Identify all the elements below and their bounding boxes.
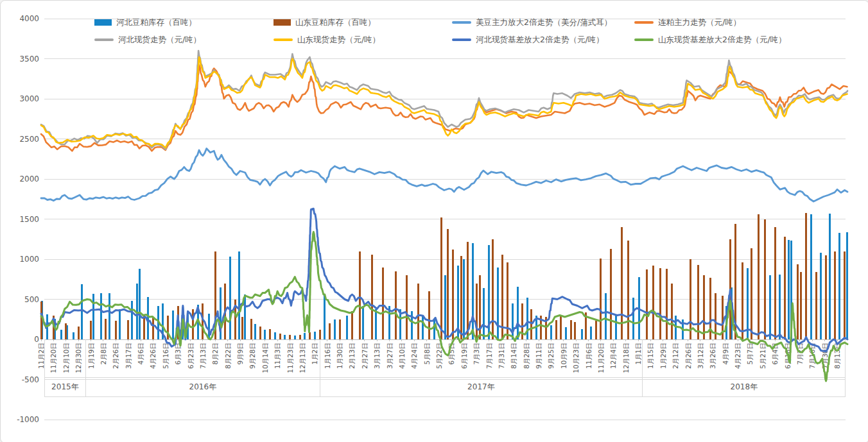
- x-tick-label: 4月6日: [136, 343, 145, 378]
- bar-shandong-inventory: [666, 269, 668, 339]
- bar-shandong-inventory: [555, 320, 557, 339]
- bar-shandong-inventory: [289, 335, 291, 340]
- y-tick-label: 3000: [11, 94, 39, 104]
- bar-shandong-inventory: [479, 275, 481, 339]
- x-tick-label: 1月15日: [646, 343, 655, 378]
- x-tick-label: 4月10日: [397, 343, 406, 378]
- x-tick-label: 11月20日: [596, 343, 605, 378]
- x-tick-label: 3月27日: [385, 343, 394, 378]
- y-tick-label: 3500: [11, 54, 39, 64]
- bar-shandong-inventory: [797, 264, 799, 340]
- bar-hebei-inventory: [136, 284, 138, 340]
- bar-hebei-inventory: [187, 312, 189, 340]
- x-tick-label: 7月3日: [472, 343, 481, 378]
- bar-hebei-inventory: [675, 316, 677, 340]
- bar-hebei-inventory: [411, 311, 413, 339]
- bar-hebei-inventory: [284, 335, 286, 340]
- bar-hebei-inventory: [66, 325, 68, 340]
- bar-hebei-inventory: [526, 298, 528, 339]
- bar-hebei-inventory: [220, 287, 221, 339]
- bar-hebei-inventory: [346, 316, 348, 340]
- y-tick-label: 1500: [11, 214, 39, 225]
- bar-hebei-inventory: [238, 251, 240, 340]
- bar-hebei-inventory: [244, 294, 246, 339]
- bar-shandong-inventory: [595, 321, 597, 339]
- bar-hebei-inventory: [139, 269, 141, 339]
- bar-hebei-inventory: [182, 316, 184, 340]
- x-tick-label: 7月13日: [198, 343, 207, 378]
- bar-shandong-inventory: [585, 312, 587, 340]
- legend-line-swatch-icon: [634, 21, 654, 24]
- bar-shandong-inventory: [540, 316, 542, 340]
- bar-hebei-inventory: [820, 253, 822, 339]
- x-tick-label: 2月26日: [111, 343, 120, 378]
- bar-hebei-inventory: [769, 275, 771, 339]
- bar-shandong-inventory: [834, 251, 836, 340]
- bar-shandong-inventory: [690, 259, 691, 339]
- bar-hebei-inventory: [605, 293, 607, 340]
- bar-hebei-inventory: [463, 259, 465, 339]
- bar-hebei-inventory: [362, 306, 364, 340]
- bar-hebei-inventory: [254, 324, 256, 339]
- bar-hebei-inventory: [638, 277, 640, 340]
- x-tick-label: 1月19日: [87, 343, 96, 378]
- x-tick-label: 11月3日: [273, 343, 282, 378]
- bar-shandong-inventory: [234, 300, 236, 340]
- y-tick-label: 1000: [11, 254, 39, 264]
- line-dce-meal: [41, 65, 847, 151]
- x-tick-label: 9月9日: [236, 343, 245, 378]
- bar-shandong-inventory: [115, 321, 117, 339]
- x-tick-label: 8月2日: [211, 343, 220, 378]
- bar-shandong-inventory: [395, 271, 397, 339]
- bar-shandong-inventory: [825, 255, 827, 339]
- bar-shandong-inventory: [417, 284, 419, 340]
- bar-shandong-inventory: [460, 256, 462, 339]
- chart-frame: 40003500300025002000150010005000-500-100…: [0, 0, 868, 442]
- bar-shandong-inventory: [764, 219, 766, 340]
- bar-hebei-inventory: [264, 330, 266, 339]
- bar-shandong-inventory: [279, 334, 281, 339]
- bar-shandong-inventory: [610, 249, 612, 339]
- bar-shandong-inventory: [621, 227, 623, 339]
- bar-shandong-inventory: [742, 262, 743, 339]
- x-tick-label: 8月22日: [223, 343, 232, 378]
- bar-hebei-inventory: [682, 319, 684, 339]
- legend-label: 河北豆粕库存（百吨）: [116, 17, 196, 28]
- bar-shandong-inventory: [406, 275, 408, 339]
- bar-hebei-inventory: [172, 310, 174, 339]
- bar-shandong-inventory: [299, 335, 301, 339]
- bar-shandong-inventory: [751, 248, 752, 340]
- bar-shandong-inventory: [250, 319, 252, 340]
- x-tick-label: 10月14日: [261, 343, 270, 378]
- bar-shandong-inventory: [359, 251, 361, 340]
- bar-shandong-inventory: [844, 251, 846, 340]
- bar-shandong-inventory: [428, 291, 430, 339]
- x-tick-label: 2月27日: [360, 343, 369, 378]
- bar-shandong-inventory: [53, 316, 55, 340]
- legend-bar-swatch-icon: [273, 19, 291, 26]
- year-label: 2015年: [26, 382, 103, 392]
- bar-shandong-inventory: [815, 272, 817, 339]
- line-us-soybean: [41, 149, 847, 202]
- x-tick-label: 1月29日: [659, 343, 668, 378]
- x-tick-label: 3月26日: [708, 343, 717, 378]
- bar-hebei-inventory: [488, 245, 490, 340]
- bar-hebei-inventory: [788, 240, 790, 339]
- legend-item-shandong_spot: 山东现货走势（元/吨）: [273, 35, 380, 44]
- bar-hebei-inventory: [846, 232, 848, 340]
- bar-shandong-inventory: [214, 251, 216, 340]
- x-tick-label: 1月16日: [323, 343, 332, 378]
- x-tick-label: 6月4日: [770, 343, 779, 378]
- x-tick-label: 7月2日: [795, 343, 804, 378]
- bar-hebei-inventory: [73, 332, 74, 339]
- bar-hebei-inventory: [131, 301, 133, 339]
- bar-hebei-inventory: [294, 336, 296, 339]
- line-hebei-spot: [41, 51, 847, 149]
- x-tick-label: 6月18日: [783, 343, 792, 378]
- year-label: 2018年: [706, 382, 783, 392]
- x-tick-label: 7月16日: [808, 343, 817, 378]
- bar-shandong-inventory: [715, 293, 716, 340]
- bar-hebei-inventory: [274, 332, 276, 339]
- bar-shandong-inventory: [671, 284, 673, 340]
- x-tick-label: 6月19日: [460, 343, 469, 378]
